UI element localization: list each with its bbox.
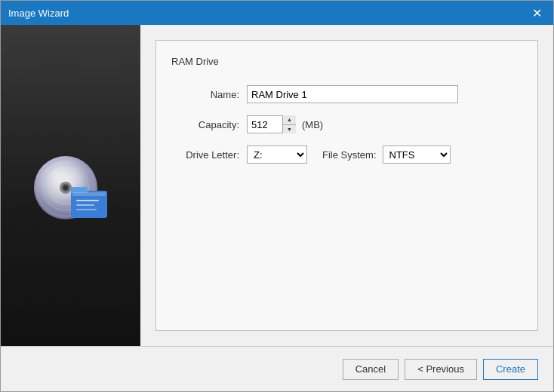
name-row: Name: (171, 85, 522, 103)
capacity-row: Capacity: ▲ ▼ (MB) (171, 115, 522, 133)
filesystem-label: File System: (322, 149, 377, 161)
section-title: RAM Drive (171, 56, 522, 67)
window-title: Image Wizard (8, 8, 528, 19)
image-wizard-window: Image Wizard ✕ (0, 0, 554, 392)
content-area: RAM Drive Name: Capacity: ▲ ▼ (1, 25, 553, 346)
cd-folder-icon (29, 144, 112, 227)
footer: Cancel < Previous Create (1, 346, 553, 391)
name-input[interactable] (247, 85, 458, 103)
previous-button[interactable]: < Previous (405, 359, 477, 380)
capacity-unit: (MB) (302, 119, 323, 130)
main-panel: RAM Drive Name: Capacity: ▲ ▼ (140, 25, 553, 346)
filesystem-select[interactable]: NTFS FAT32 exFAT FAT (383, 145, 451, 164)
name-label: Name: (171, 89, 247, 100)
close-button[interactable]: ✕ (528, 4, 546, 22)
svg-rect-11 (76, 200, 99, 201)
sidebar (1, 25, 140, 346)
capacity-group: ▲ ▼ (MB) (247, 115, 323, 133)
capacity-spinner: ▲ ▼ (282, 115, 296, 133)
form-section: RAM Drive Name: Capacity: ▲ ▼ (155, 40, 538, 331)
cancel-button[interactable]: Cancel (343, 359, 399, 380)
svg-rect-13 (76, 209, 97, 210)
capacity-down-button[interactable]: ▼ (283, 125, 296, 134)
title-bar: Image Wizard ✕ (1, 1, 553, 25)
drive-letter-select[interactable]: Z: A: Y: (247, 145, 307, 164)
capacity-label: Capacity: (171, 119, 247, 130)
drive-filesystem-row: Drive Letter: Z: A: Y: File System: NTFS… (171, 145, 522, 164)
create-button[interactable]: Create (483, 359, 538, 380)
svg-point-7 (63, 185, 68, 190)
drive-letter-label: Drive Letter: (171, 149, 247, 161)
svg-rect-10 (72, 192, 106, 196)
capacity-up-button[interactable]: ▲ (283, 115, 296, 125)
svg-rect-12 (76, 204, 94, 206)
svg-rect-9 (71, 187, 88, 193)
capacity-input-wrapper: ▲ ▼ (247, 115, 296, 133)
